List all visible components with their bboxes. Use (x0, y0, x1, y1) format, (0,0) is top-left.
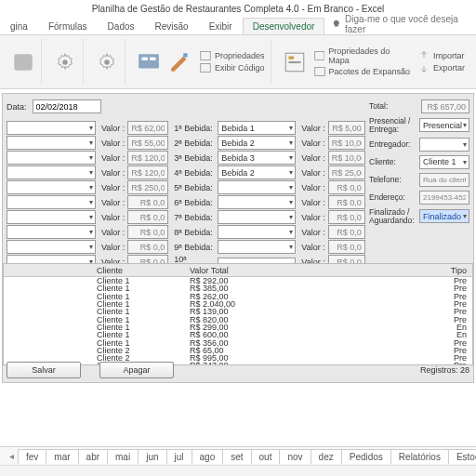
insert-controls-icon[interactable] (137, 50, 161, 74)
bebida-select[interactable]: Bebida 2 (218, 136, 296, 150)
bebida-select[interactable]: Bebida 2 (218, 165, 296, 179)
sheet-tab[interactable]: Relatórios (390, 449, 449, 464)
svg-rect-4 (141, 57, 148, 60)
sheet-nav-prev-icon[interactable]: ◂ (6, 451, 18, 461)
bebida-label: 9ª Bebida: (174, 243, 215, 252)
sheet-tab[interactable]: mai (107, 449, 139, 464)
valor-label: Valor : (101, 124, 125, 133)
ribbon-cmd-import[interactable]: Importar (418, 50, 465, 61)
produto-select[interactable] (7, 240, 96, 254)
bebida-select[interactable] (218, 195, 296, 209)
sheet-tab[interactable]: ago (192, 449, 224, 464)
valor-label: Valor : (101, 183, 125, 192)
valor-label: Valor : (101, 213, 125, 222)
ribbon-group-controls: Propriedades Exibir Código (131, 39, 271, 85)
ribbon-tab[interactable]: Revisão (145, 18, 199, 34)
orders-list[interactable]: Cliente Valor Total Tipo Cliente 1R$ 292… (3, 263, 473, 365)
erase-button[interactable]: Apagar (99, 362, 174, 378)
ribbon-cmd-expansion-packs[interactable]: Pacotes de Expansão (314, 66, 411, 77)
svg-rect-8 (201, 64, 211, 73)
col-tipo: Tipo (311, 266, 472, 275)
bebida-label: 8ª Bebida: (174, 228, 215, 237)
produto-select[interactable] (7, 180, 96, 194)
svg-point-1 (62, 60, 68, 65)
sheet-tab[interactable]: abr (78, 449, 108, 464)
svg-rect-3 (139, 54, 159, 68)
sheet-tab[interactable]: Pedidos (341, 449, 391, 464)
userform-panel: Data: Valor :Valor :Valor :Valor :Valor … (2, 93, 474, 383)
produto-select[interactable] (7, 151, 96, 165)
gear-icon[interactable] (95, 50, 119, 74)
sheet-tab[interactable]: jun (138, 449, 166, 464)
ribbon-cmd-view-code[interactable]: Exibir Código (200, 62, 265, 73)
svg-rect-10 (288, 56, 293, 59)
produto-select[interactable] (7, 225, 96, 239)
tell-me-search[interactable]: Diga-me o que você deseja fazer (332, 14, 476, 34)
design-mode-icon[interactable] (168, 50, 192, 74)
sheet-tab[interactable]: nov (279, 449, 311, 464)
vb-icon[interactable] (11, 50, 35, 74)
gear-icon[interactable] (53, 50, 77, 74)
col-cliente: Cliente (4, 266, 190, 275)
valor-field (127, 121, 168, 135)
bebida-select[interactable] (218, 240, 296, 254)
save-button[interactable]: Salvar (7, 362, 81, 378)
ribbon-tab[interactable]: gina (0, 18, 38, 34)
sheet-tab[interactable]: set (222, 449, 251, 464)
ribbon-tab-developer[interactable]: Desenvolvedor (243, 18, 325, 34)
total-field (421, 99, 469, 113)
entregador-label: Entregador: (369, 140, 414, 149)
produto-select[interactable] (7, 210, 96, 224)
ribbon-tab[interactable]: Dados (98, 18, 145, 34)
bebida-select[interactable]: Bebida 1 (218, 121, 296, 135)
ribbon-cmd-map-properties[interactable]: Propriedades do Mapa (314, 46, 411, 65)
ribbon-cmd-properties[interactable]: Propriedades (200, 50, 265, 61)
entregador-select[interactable] (419, 138, 469, 152)
bebida-select[interactable]: Bebida 3 (218, 151, 296, 165)
cliente-select[interactable]: Cliente 1 (419, 155, 469, 169)
valor-label: Valor : (301, 139, 324, 148)
valor-label: Valor : (101, 139, 125, 148)
bebida-select[interactable] (218, 225, 296, 239)
produto-select[interactable] (7, 136, 96, 150)
sheet-tab[interactable]: jul (166, 449, 192, 464)
cliente-label: Cliente: (369, 158, 414, 166)
presencial-select[interactable]: Presencial (419, 118, 469, 132)
form-footer: Salvar Apagar Registros: 28 (7, 362, 469, 378)
ribbon-cmd-export[interactable]: Exportar (418, 62, 465, 73)
bebida-select[interactable] (218, 210, 296, 224)
presencial-label: Presencial / Entrega: (369, 117, 414, 134)
ribbon-tab[interactable]: Exibir (199, 18, 243, 34)
xml-source-icon[interactable] (283, 50, 307, 74)
sheet-tab[interactable]: Estoque (448, 449, 476, 464)
sheet-tab[interactable]: fev (18, 449, 46, 464)
valor-label: Valor : (101, 153, 125, 163)
ribbon-tab-strip: gina Fórmulas Dados Revisão Exibir Desen… (0, 17, 476, 35)
produto-select[interactable] (7, 195, 96, 209)
valor-field (328, 195, 365, 209)
telefone-label: Telefone: (369, 176, 414, 184)
date-input[interactable] (33, 99, 101, 113)
tell-me-label: Diga-me o que você deseja fazer (345, 14, 476, 34)
produto-select[interactable] (7, 121, 96, 135)
valor-field (328, 136, 365, 150)
svg-rect-0 (14, 54, 33, 70)
finalizado-select[interactable]: Finalizado (419, 209, 469, 223)
ribbon-group (47, 39, 84, 85)
valor-label: Valor : (301, 168, 324, 178)
sheet-tab-bar: ◂ fevmarabrmaijunjulagosetoutnovdezPedid… (0, 446, 476, 465)
bebida-label: 7ª Bebida: (174, 213, 215, 222)
sheet-tab[interactable]: mar (46, 449, 78, 464)
ribbon-tab[interactable]: Fórmulas (38, 18, 98, 34)
orders-list-header: Cliente Valor Total Tipo (4, 264, 472, 277)
ribbon-group (6, 39, 42, 85)
lightbulb-icon (332, 20, 341, 29)
valor-field (328, 210, 365, 224)
valor-field (328, 180, 365, 194)
sheet-tab[interactable]: dez (311, 449, 342, 464)
endereco-field (419, 191, 469, 205)
sheet-tab[interactable]: out (251, 449, 281, 464)
valor-label: Valor : (101, 168, 125, 178)
bebida-select[interactable] (218, 180, 296, 194)
produto-select[interactable] (7, 165, 96, 179)
